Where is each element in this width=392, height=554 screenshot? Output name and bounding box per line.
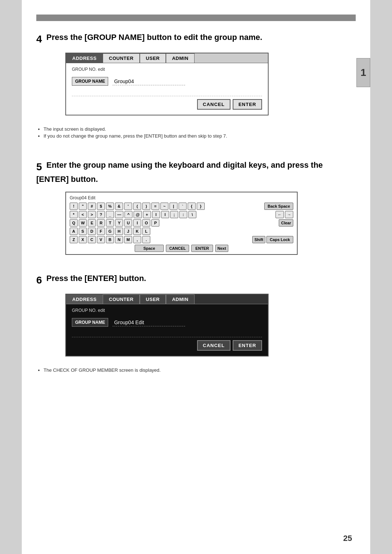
step4-group-name-input[interactable] <box>113 78 185 85</box>
key-f[interactable]: F <box>97 228 105 235</box>
key-dash[interactable]: — <box>115 211 123 218</box>
step6-header: 6 Press the [ENTER] button. <box>36 273 146 287</box>
key-r[interactable]: R <box>97 219 105 227</box>
key-lbrace[interactable]: { <box>188 203 196 210</box>
key-d[interactable]: D <box>88 228 96 235</box>
step6-tabs: ADDRESS COUNTER USER ADMIN <box>66 294 268 304</box>
key-i2[interactable]: I <box>161 211 169 218</box>
key-dollar[interactable]: $ <box>97 203 105 210</box>
kb-row5: Z X C V B N M , . Shift Caps Lock <box>70 236 293 243</box>
key-equals[interactable]: = <box>151 203 159 210</box>
key-clear[interactable]: Clear <box>279 219 293 227</box>
key-backslash[interactable]: \ <box>188 211 196 218</box>
key-u[interactable]: U <box>124 219 132 227</box>
key-gt[interactable]: > <box>88 211 96 218</box>
key-i1[interactable]: I <box>152 211 160 218</box>
step4-notes: The input screen is displayed. If you do… <box>44 126 227 140</box>
key-plus[interactable]: + <box>143 211 151 218</box>
key-lparen[interactable]: ( <box>133 203 141 210</box>
step6-screen: ADDRESS COUNTER USER ADMIN GROUP NO. edi… <box>65 294 269 357</box>
key-z[interactable]: Z <box>70 236 78 243</box>
key-tilde[interactable]: ~ <box>160 203 168 210</box>
key-at[interactable]: @ <box>134 211 142 218</box>
key-s[interactable]: S <box>79 228 87 235</box>
key-period[interactable]: . <box>142 236 150 243</box>
tab-admin-step6[interactable]: ADMIN <box>166 294 195 304</box>
key-hash[interactable]: # <box>88 203 96 210</box>
key-arrow-right[interactable]: → <box>285 211 293 218</box>
key-j[interactable]: J <box>124 228 132 235</box>
key-h[interactable]: H <box>115 228 123 235</box>
key-m[interactable]: M <box>124 236 132 243</box>
key-arrow-left[interactable]: ← <box>275 211 284 218</box>
key-caret[interactable]: ^ <box>124 211 132 218</box>
key-shift[interactable]: Shift <box>252 236 265 243</box>
key-c[interactable]: C <box>88 236 96 243</box>
step4-screen-wrap: ADDRESS COUNTER USER ADMIN GROUP NO. edi… <box>65 53 269 119</box>
step4-cancel-button[interactable]: CANCEL <box>197 99 230 110</box>
key-k[interactable]: K <box>133 228 141 235</box>
step6-note-1: The CHECK OF GROUP MEMBER screen is disp… <box>44 367 161 373</box>
key-l[interactable]: L <box>142 228 150 235</box>
kb-enter-button[interactable]: ENTER <box>191 245 213 252</box>
key-v[interactable]: V <box>97 236 105 243</box>
key-e[interactable]: E <box>88 219 96 227</box>
tab-admin-step4[interactable]: ADMIN <box>166 53 195 63</box>
step6-group-name-row: GROUP NAME <box>72 318 262 327</box>
key-colon[interactable]: : <box>179 211 187 218</box>
step5-section: 5 Enter the group name using the keyboar… <box>36 160 356 262</box>
key-g[interactable]: G <box>106 228 114 235</box>
key-star[interactable]: * <box>70 211 78 218</box>
key-apos[interactable]: ' <box>124 203 132 210</box>
key-rparen[interactable]: ) <box>142 203 150 210</box>
tab-address-step4[interactable]: ADDRESS <box>66 53 103 63</box>
key-pipe[interactable]: | <box>170 203 177 210</box>
key-quote[interactable]: " <box>79 203 87 210</box>
key-w[interactable]: W <box>79 219 87 227</box>
key-y[interactable]: Y <box>115 219 123 227</box>
key-x[interactable]: X <box>79 236 87 243</box>
tab-counter-step4[interactable]: COUNTER <box>103 53 140 63</box>
key-space[interactable]: Space <box>135 245 164 252</box>
key-a[interactable]: A <box>70 228 78 235</box>
key-q[interactable]: Q <box>70 219 78 227</box>
key-rbrace[interactable]: } <box>197 203 205 210</box>
step6-enter-button[interactable]: ENTER <box>233 340 262 351</box>
step5-keyboard-wrap: Group04 Edit ! " # $ % & ' ( ) = ~ | ` { <box>65 192 298 258</box>
side-tab: 1 <box>356 58 370 87</box>
key-i[interactable]: I <box>133 219 141 227</box>
key-semi[interactable]: ; <box>170 211 178 218</box>
key-backtick[interactable]: ` <box>179 203 187 210</box>
key-exclaim[interactable]: ! <box>70 203 78 210</box>
key-lt[interactable]: < <box>79 211 87 218</box>
key-comma[interactable]: , <box>133 236 141 243</box>
kb-cancel-button[interactable]: CANCEL <box>166 245 189 252</box>
step4-screen-body: GROUP NO. edit GROUP NAME CANCEL ENTER <box>66 63 268 115</box>
step4-group-name-row: GROUP NAME <box>72 77 262 86</box>
key-underscore[interactable]: _ <box>106 211 114 218</box>
key-question[interactable]: ? <box>97 211 105 218</box>
key-p[interactable]: P <box>151 219 159 227</box>
tab-user-step4[interactable]: USER <box>140 53 166 63</box>
key-percent[interactable]: % <box>106 203 114 210</box>
tab-user-step6[interactable]: USER <box>140 294 166 304</box>
key-t[interactable]: T <box>106 219 114 227</box>
kb-footer: Space CANCEL ENTER Next <box>70 245 293 252</box>
kb-next-button[interactable]: Next <box>215 245 228 252</box>
tab-counter-step6[interactable]: COUNTER <box>103 294 140 304</box>
step4-enter-button[interactable]: ENTER <box>233 99 262 110</box>
step6-group-name-button[interactable]: GROUP NAME <box>72 318 108 327</box>
key-n[interactable]: N <box>115 236 123 243</box>
key-o[interactable]: O <box>142 219 150 227</box>
key-amp[interactable]: & <box>115 203 123 210</box>
step6-cancel-button[interactable]: CANCEL <box>197 340 230 351</box>
step4-heading-text: Press the [GROUP NAME] button to edit th… <box>46 33 262 42</box>
step4-group-name-button[interactable]: GROUP NAME <box>72 77 108 86</box>
step6-group-name-input[interactable] <box>113 319 185 326</box>
step4-section: 4 Press the [GROUP NAME] button to edit … <box>36 32 356 149</box>
key-backspace[interactable]: Back Space <box>264 203 293 210</box>
key-caps-lock[interactable]: Caps Lock <box>266 236 293 243</box>
key-b[interactable]: B <box>106 236 114 243</box>
kb-row1: ! " # $ % & ' ( ) = ~ | ` { } Back Spac <box>70 203 293 210</box>
tab-address-step6[interactable]: ADDRESS <box>66 294 103 304</box>
